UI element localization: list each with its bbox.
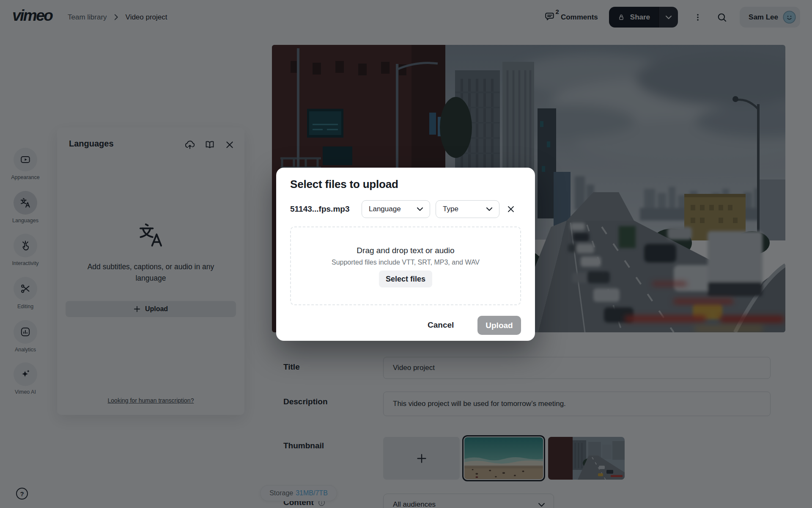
file-name: 51143...fps.mp3: [290, 204, 349, 214]
dropzone-subtitle: Supported files include VTT, SRT, MP3, a…: [291, 259, 520, 266]
remove-file-button[interactable]: [506, 204, 516, 214]
chevron-down-icon: [417, 207, 423, 211]
type-select[interactable]: Type: [436, 200, 499, 218]
language-select-value: Language: [369, 205, 401, 213]
dropzone-title: Drag and drop text or audio: [291, 246, 520, 255]
language-select[interactable]: Language: [362, 200, 430, 218]
upload-button[interactable]: Upload: [477, 316, 521, 335]
chevron-down-icon: [486, 207, 493, 211]
upload-modal: Select files to upload 51143...fps.mp3 L…: [276, 168, 535, 341]
cancel-button[interactable]: Cancel: [428, 320, 454, 330]
modal-title: Select files to upload: [290, 178, 398, 191]
dropzone[interactable]: Drag and drop text or audio Supported fi…: [290, 226, 521, 305]
type-select-value: Type: [443, 205, 458, 213]
app-root: vimeo Team library Video project 2 Comme…: [0, 0, 812, 508]
select-files-button[interactable]: Select files: [379, 271, 432, 287]
